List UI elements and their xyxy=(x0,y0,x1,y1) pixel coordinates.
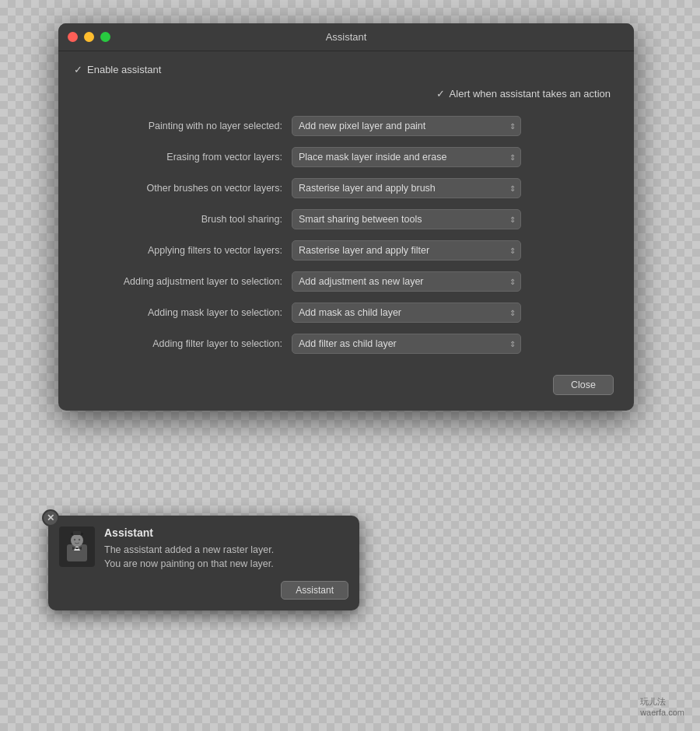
close-button[interactable] xyxy=(68,32,78,42)
setting-row-1: Erasing from vector layers: Place mask l… xyxy=(74,142,618,173)
watermark-text: 玩儿法 xyxy=(640,696,684,708)
setting-label-7: Adding filter layer to selection: xyxy=(74,338,292,349)
enable-assistant-label: Enable assistant xyxy=(87,64,161,75)
notification-footer: Assistant xyxy=(59,581,348,600)
close-dialog-button[interactable]: Close xyxy=(553,375,614,395)
assistant-icon xyxy=(59,526,95,567)
setting-label-2: Other brushes on vector layers: xyxy=(74,183,292,194)
select-wrapper-0: Add new pixel layer and paint Do nothing… xyxy=(292,116,521,136)
setting-select-6[interactable]: Add mask as child layer Do nothing Ask m… xyxy=(292,303,521,323)
notification-body: Assistant The assistant added a new rast… xyxy=(59,526,348,572)
window-content: ✓ Enable assistant ✓ Alert when assistan… xyxy=(58,51,634,411)
setting-row-7: Adding filter layer to selection: Add fi… xyxy=(74,328,618,359)
enable-assistant-row: ✓ Enable assistant xyxy=(74,64,618,75)
select-wrapper-2: Rasterise layer and apply brush Do nothi… xyxy=(292,178,521,198)
setting-label-3: Brush tool sharing: xyxy=(74,214,292,225)
maximize-button[interactable] xyxy=(100,32,110,42)
svg-rect-4 xyxy=(75,547,79,549)
footer-row: Close xyxy=(74,375,618,395)
select-wrapper-7: Add filter as child layer Do nothing Ask… xyxy=(292,334,521,354)
setting-row-3: Brush tool sharing: Smart sharing betwee… xyxy=(74,204,618,235)
svg-point-7 xyxy=(79,538,80,540)
minimize-button[interactable] xyxy=(84,32,94,42)
select-wrapper-4: Rasterise layer and apply filter Do noth… xyxy=(292,240,521,261)
setting-select-7[interactable]: Add filter as child layer Do nothing Ask… xyxy=(292,334,521,354)
setting-select-1[interactable]: Place mask layer inside and erase Do not… xyxy=(292,147,521,167)
alert-checkbox-check[interactable]: ✓ xyxy=(436,88,445,100)
setting-select-0[interactable]: Add new pixel layer and paint Do nothing… xyxy=(292,116,521,136)
setting-row-0: Painting with no layer selected: Add new… xyxy=(74,110,618,142)
titlebar: Assistant xyxy=(58,23,634,51)
setting-label-1: Erasing from vector layers: xyxy=(74,152,292,163)
notification-text-area: Assistant The assistant added a new rast… xyxy=(104,526,348,572)
window-controls xyxy=(68,32,110,42)
main-window: Assistant ✓ Enable assistant ✓ Alert whe… xyxy=(58,23,634,411)
alert-label: Alert when assistant takes an action xyxy=(450,88,611,100)
watermark-url: waerfa.com xyxy=(640,708,684,717)
enable-checkbox-check[interactable]: ✓ xyxy=(74,64,82,75)
setting-select-4[interactable]: Rasterise layer and apply filter Do noth… xyxy=(292,240,521,261)
setting-label-4: Applying filters to vector layers: xyxy=(74,245,292,256)
select-wrapper-1: Place mask layer inside and erase Do not… xyxy=(292,147,521,167)
setting-row-6: Adding mask layer to selection: Add mask… xyxy=(74,297,618,328)
setting-select-2[interactable]: Rasterise layer and apply brush Do nothi… xyxy=(292,178,521,198)
setting-row-4: Applying filters to vector layers: Raste… xyxy=(74,235,618,266)
notification-title: Assistant xyxy=(104,526,348,539)
setting-label-5: Adding adjustment layer to selection: xyxy=(74,276,292,287)
notification-popup: ✕ Assista xyxy=(48,516,359,611)
setting-row-5: Adding adjustment layer to selection: Ad… xyxy=(74,266,618,297)
notification-close-button[interactable]: ✕ xyxy=(42,509,59,526)
notification-assistant-button[interactable]: Assistant xyxy=(281,581,348,600)
svg-point-6 xyxy=(74,538,75,540)
settings-grid: Painting with no layer selected: Add new… xyxy=(74,110,618,359)
setting-label-6: Adding mask layer to selection: xyxy=(74,307,292,318)
setting-label-0: Painting with no layer selected: xyxy=(74,121,292,131)
alert-row: ✓ Alert when assistant takes an action xyxy=(74,88,618,100)
select-wrapper-5: Add adjustment as new layer Do nothing A… xyxy=(292,271,521,292)
svg-rect-9 xyxy=(73,531,81,535)
notification-message: The assistant added a new raster layer.Y… xyxy=(104,543,348,572)
select-wrapper-3: Smart sharing between tools Do nothing A… xyxy=(292,209,521,229)
setting-row-2: Other brushes on vector layers: Rasteris… xyxy=(74,173,618,204)
watermark: 玩儿法 waerfa.com xyxy=(640,696,684,717)
window-title: Assistant xyxy=(326,31,367,43)
select-wrapper-6: Add mask as child layer Do nothing Ask m… xyxy=(292,303,521,323)
svg-point-5 xyxy=(71,534,83,547)
setting-select-5[interactable]: Add adjustment as new layer Do nothing A… xyxy=(292,271,521,292)
setting-select-3[interactable]: Smart sharing between tools Do nothing A… xyxy=(292,209,521,229)
